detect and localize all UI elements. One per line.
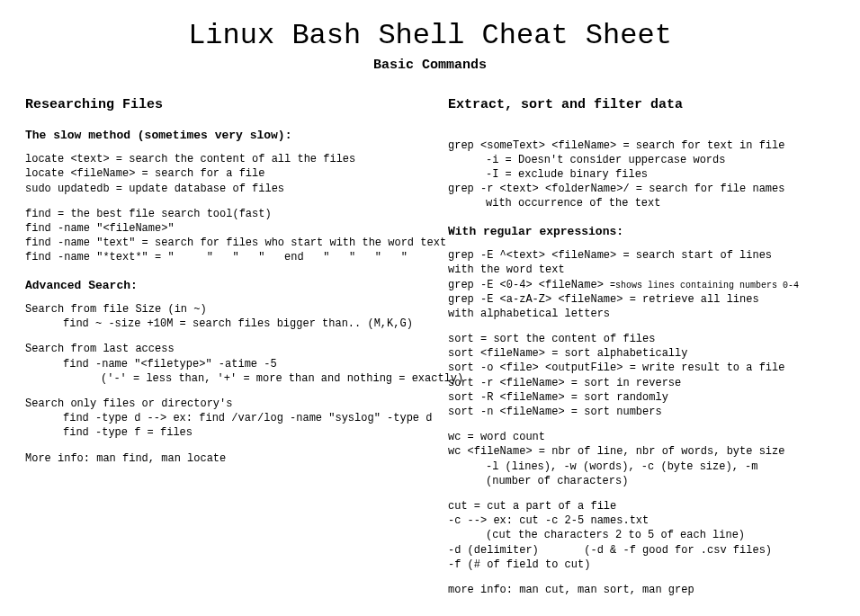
- text-line: find ~ -size +10M = search files bigger …: [25, 317, 412, 331]
- text-line: find -name "*text*" = " " " " end " " " …: [25, 250, 412, 264]
- page-title: Linux Bash Shell Cheat Sheet: [25, 16, 835, 55]
- content-columns: Researching Files The slow method (somet…: [25, 96, 835, 597]
- text-line: sort -n <fileName> = sort numbers: [448, 405, 835, 419]
- text-line: -f (# of field to cut): [448, 558, 835, 572]
- text-line: ('-' = less than, '+' = more than and no…: [25, 371, 412, 386]
- text-line: sort <fileName> = sort alphabetically: [448, 346, 835, 361]
- text-line: grep -E <0-4> <fileName> =shows lines co…: [448, 278, 835, 292]
- text-line: -i = Doesn't consider uppercase words: [448, 153, 835, 167]
- text-line: find -name "<fileName>": [25, 221, 412, 236]
- text-line: find -name "<filetype>" -atime -5: [25, 357, 412, 371]
- text-line: grep -r <text> <folderName>/ = search fo…: [448, 182, 835, 196]
- text-line: Search only files or directory's: [25, 397, 412, 411]
- text-line: sort -R <fileName> = sort randomly: [448, 390, 835, 405]
- text-line: with alphabetical letters: [448, 307, 835, 321]
- text-line: find -type f = files: [25, 425, 412, 440]
- text-line: sort -o <file> <outputFile> = write resu…: [448, 361, 835, 375]
- text-line: locate <text> = search the content of al…: [25, 152, 412, 166]
- text-line: sort = sort the content of files: [448, 332, 835, 346]
- text-line: grep <someText> <fileName> = search for …: [448, 138, 835, 153]
- text-line: find -type d --> ex: find /var/log -name…: [25, 411, 412, 425]
- text-line: More info: man find, man locate: [25, 451, 412, 466]
- text-line: grep -E ^<text> <fileName> = search star…: [448, 248, 835, 263]
- text-line: with occurrence of the text: [448, 196, 835, 210]
- text-line: locate <fileName> = search for a file: [25, 166, 412, 181]
- left-subhead-2: Advanced Search:: [25, 278, 412, 294]
- text-line: wc <fileName> = nbr of line, nbr of word…: [448, 444, 835, 459]
- text-line: sort -r <fileName> = sort in reverse: [448, 376, 835, 390]
- text-line: with the word text: [448, 263, 835, 277]
- page-subtitle: Basic Commands: [25, 57, 835, 75]
- text-line: -l (lines), -w (words), -c (byte size), …: [448, 460, 835, 474]
- text-line: (cut the characters 2 to 5 of each line): [448, 528, 835, 542]
- text-line: grep -E <a-zA-Z> <fileName> = retrieve a…: [448, 292, 835, 307]
- right-column: Extract, sort and filter data grep <some…: [448, 96, 835, 597]
- left-column: Researching Files The slow method (somet…: [25, 96, 412, 597]
- text-line: more info: man cut, man sort, man grep: [448, 583, 835, 597]
- left-heading: Researching Files: [25, 96, 412, 114]
- text-line: wc = word count: [448, 430, 835, 444]
- text-line: find = the best file search tool(fast): [25, 207, 412, 221]
- text-line: -I = exclude binary files: [448, 167, 835, 182]
- right-subhead-1: With regular expressions:: [448, 224, 835, 240]
- text-line: cut = cut a part of a file: [448, 499, 835, 513]
- text-line: sudo updatedb = update database of files: [25, 182, 412, 196]
- text-line: -d (delimiter) (-d & -f good for .csv fi…: [448, 543, 835, 558]
- left-subhead-1: The slow method (sometimes very slow):: [25, 128, 412, 144]
- text-line: find -name "text" = search for files who…: [25, 236, 412, 250]
- text-line: (number of characters): [448, 474, 835, 488]
- text-line: Search from file Size (in ~): [25, 302, 412, 317]
- text-line: -c --> ex: cut -c 2-5 names.txt: [448, 513, 835, 528]
- right-heading: Extract, sort and filter data: [448, 96, 835, 114]
- text-line: Search from last access: [25, 342, 412, 356]
